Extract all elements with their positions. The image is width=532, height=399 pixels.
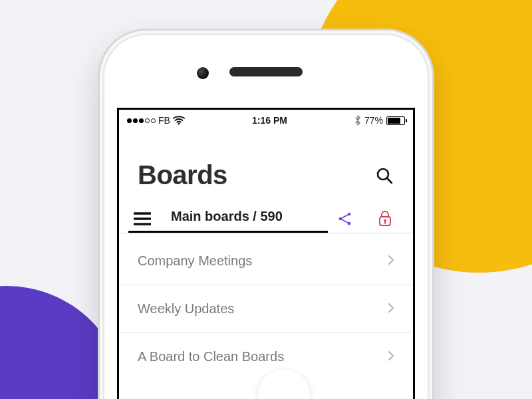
svg-line-2 [388,178,392,183]
status-right: 77% [354,115,405,126]
phone-screen: FB 1:16 PM 77% Boards [117,108,415,399]
chevron-right-icon [388,349,394,364]
list-item[interactable]: Company Meetings [119,237,413,285]
tab-label: Main boards / 590 [171,209,283,223]
battery-icon [386,116,405,125]
list-item[interactable]: Weekly Updates [119,285,413,332]
list-item-label: Weekly Updates [138,301,234,317]
status-bar: FB 1:16 PM 77% [119,110,413,131]
board-list: Company Meetings Weekly Updates A Board … [119,233,413,380]
page-title: Boards [138,160,227,190]
svg-point-8 [348,221,351,225]
phone-frame: FB 1:16 PM 77% Boards [100,31,432,399]
search-button[interactable] [374,166,394,186]
svg-point-7 [348,212,351,215]
lock-button[interactable] [376,209,394,228]
list-item[interactable]: A Board to Clean Boards [119,333,413,380]
battery-percent-label: 77% [364,115,383,126]
menu-button[interactable] [132,209,152,229]
svg-point-0 [178,123,180,125]
status-left: FB [127,115,185,126]
phone-camera [197,67,209,79]
svg-line-9 [342,215,348,218]
tab-bar: Main boards / 590 [119,206,413,231]
share-button[interactable] [336,209,354,228]
list-item-label: A Board to Clean Boards [138,349,284,364]
menu-icon [134,212,151,225]
bluetooth-icon [354,115,361,126]
search-icon [375,166,394,185]
list-item-label: Company Meetings [138,253,252,269]
wifi-icon [173,116,185,125]
lock-icon [378,210,392,227]
phone-speaker [229,67,303,76]
chevron-right-icon [388,301,394,317]
chevron-right-icon [388,253,394,269]
tab-main-boards[interactable]: Main boards / 590 [168,206,285,231]
status-time: 1:16 PM [185,115,354,126]
signal-strength-icon [127,118,156,123]
carrier-label: FB [158,115,170,126]
page-header: Boards [119,131,413,206]
share-icon [337,211,353,227]
svg-line-10 [342,219,348,223]
